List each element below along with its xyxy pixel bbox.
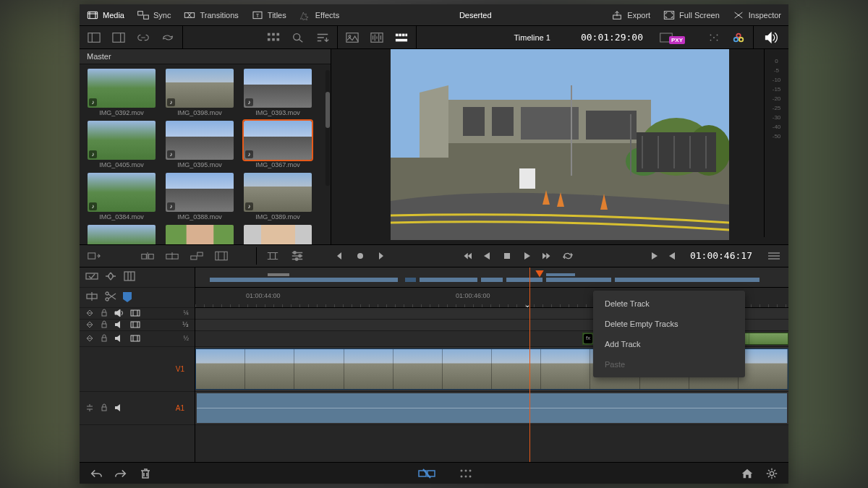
play-reverse-btn[interactable] [482,251,492,261]
media-thumbnail[interactable]: ♪ [244,225,312,244]
mark-in-btn[interactable] [650,251,660,261]
fullscreen-button[interactable]: Full Screen [663,10,720,20]
track-a1[interactable] [195,392,788,425]
media-thumbnail[interactable]: ♪ [244,121,312,160]
media-item[interactable]: ♪IMG_0388.mov [163,173,236,221]
timeline-timecode[interactable]: 01:00:46:17 [684,250,758,261]
record-btn[interactable] [355,251,365,261]
media-item[interactable]: ♪IMG_0367.mov [242,121,314,168]
page-cut[interactable] [417,466,437,481]
media-item[interactable]: ♪IMG_0398.mov [163,69,236,116]
svg-rect-0 [88,12,97,18]
next-edit-btn[interactable] [375,251,386,261]
ctx-delete-empty[interactable]: Delete Empty Tracks [593,314,745,334]
color-btn[interactable] [730,29,747,46]
mark-out-btn[interactable] [667,251,677,261]
th-a1[interactable]: A1 [80,392,195,425]
media-item[interactable]: ♪ [163,225,236,244]
home-icon[interactable] [741,467,754,480]
redo-icon[interactable] [114,467,127,480]
insert-btn-5[interactable] [213,247,230,265]
goto-end-btn[interactable] [542,251,553,261]
razor-icon[interactable] [85,291,98,304]
undo-icon[interactable] [90,467,103,480]
a1-clip[interactable] [197,393,787,423]
waveform-btn[interactable] [368,29,386,46]
ctx-add-track[interactable]: Add Track [593,334,745,354]
insert-btn-3[interactable] [163,247,181,265]
gear-icon[interactable] [765,467,778,480]
loop-btn[interactable] [563,251,573,261]
tab-titles[interactable]: T Titles [252,10,286,20]
th-v4[interactable]: ¼ [80,308,195,320]
media-thumbnail[interactable]: ♪ [88,225,156,244]
sync-btn[interactable] [159,29,176,46]
export-button[interactable]: Export [611,10,650,20]
prev-edit-btn[interactable] [335,251,345,261]
media-item[interactable]: ♪ [242,225,314,244]
strip-btn[interactable] [393,29,410,46]
page-edit[interactable] [456,466,476,481]
media-thumbnail[interactable]: ♪ [166,225,234,244]
media-item[interactable]: ♪IMG_0389.mov [242,173,314,221]
tab-effects[interactable]: Effects [299,10,339,20]
grid-view-btn[interactable] [265,29,282,46]
media-thumbnail[interactable]: ♪ [166,69,234,108]
scissors-icon[interactable] [104,291,117,304]
tool-c-icon[interactable] [123,270,136,283]
volume-icon[interactable] [764,30,778,45]
media-thumbnail[interactable]: ♪ [244,69,312,108]
media-item[interactable]: ♪IMG_0393.mov [242,69,314,116]
tab-media[interactable]: Media [87,10,124,20]
media-item[interactable]: ♪IMG_0405.mov [85,121,158,168]
insert-btn-4[interactable] [188,247,205,265]
layout-btn-1[interactable] [85,29,103,46]
viewer[interactable] [331,49,788,244]
marker-icon[interactable] [123,292,132,302]
tool-b-icon[interactable] [104,270,117,283]
th-v1[interactable]: V1 [80,347,195,392]
insert-btn-2[interactable] [139,247,156,265]
media-thumbnail[interactable]: ♪ [88,173,156,212]
insert-btn-1[interactable] [85,247,103,265]
tool-a-icon[interactable] [85,270,98,283]
media-thumbnail[interactable]: ♪ [88,121,156,160]
tab-transitions[interactable]: Transitions [184,10,238,20]
media-item[interactable]: ♪IMG_0395.mov [163,121,236,168]
stop-btn[interactable] [502,251,512,261]
playhead[interactable] [529,267,530,463]
link-btn[interactable] [135,29,152,46]
media-item-name: IMG_0395.mov [177,161,222,168]
media-thumbnail[interactable]: ♪ [88,69,156,108]
media-scrollbar[interactable] [326,70,330,186]
timeline-name[interactable]: Timeline 1 [493,33,572,42]
media-item-name: IMG_0388.mov [177,213,222,221]
svg-rect-13 [268,38,271,40]
timeline-tracks[interactable]: 01:00:44:00 01:00:46:00 ⌄ fx [195,267,788,463]
tab-sync[interactable]: Sync [137,10,171,20]
layout-btn-2[interactable] [110,29,127,46]
sort-btn[interactable] [314,29,331,46]
menu-icon[interactable] [765,247,783,265]
media-thumbnail[interactable]: ♪ [244,173,312,212]
viewer-timecode[interactable]: 00:01:29:00 [572,32,652,43]
mini-timeline[interactable] [195,267,788,288]
goto-start-btn[interactable] [461,251,472,261]
th-v2[interactable]: ½ [80,331,195,347]
media-thumbnail[interactable]: ♪ [166,121,234,160]
master-bin-label[interactable]: Master [80,49,331,64]
play-btn[interactable] [522,251,532,261]
img-overlay-btn[interactable] [344,29,361,46]
effects-overlay-btn[interactable] [705,29,723,46]
th-v3[interactable]: ⅓ [80,320,195,331]
media-item[interactable]: ♪IMG_0384.mov [85,173,158,221]
inspector-button[interactable]: Inspector [733,10,781,20]
media-thumbnail[interactable]: ♪ [166,173,234,212]
sliders-btn[interactable] [289,247,306,265]
media-item[interactable]: ♪ [85,225,158,244]
ctx-delete-track[interactable]: Delete Track [593,294,745,314]
media-item[interactable]: ♪IMG_0392.mov [85,69,158,116]
trash-icon[interactable] [139,467,152,480]
trim-btn[interactable] [264,247,281,265]
search-btn[interactable] [289,29,307,46]
